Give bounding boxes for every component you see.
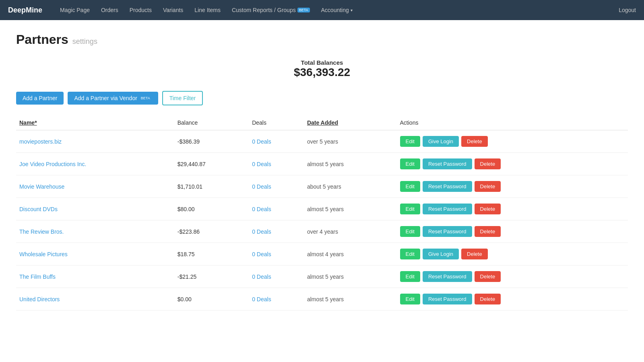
page-subtitle: settings bbox=[72, 37, 97, 45]
reset-password-button[interactable]: Reset Password bbox=[423, 294, 472, 304]
total-balances-label: Total Balances bbox=[16, 59, 628, 66]
date-added: almost 5 years bbox=[304, 288, 397, 311]
navigation: DeepMine Magic Page Orders Products Vari… bbox=[0, 0, 644, 20]
delete-button[interactable]: Delete bbox=[475, 271, 501, 282]
nav-orders[interactable]: Orders bbox=[95, 0, 124, 20]
nav-variants[interactable]: Variants bbox=[157, 0, 189, 20]
deals-link[interactable]: 0 Deals bbox=[252, 161, 271, 167]
deals-link[interactable]: 0 Deals bbox=[252, 296, 271, 302]
partners-table: Name* Balance Deals Date Added Actions m… bbox=[16, 115, 628, 311]
row-actions: EditReset PasswordDelete bbox=[400, 158, 625, 169]
reset-password-button[interactable]: Reset Password bbox=[423, 158, 472, 169]
delete-button[interactable]: Delete bbox=[475, 204, 501, 214]
add-partner-vendor-button[interactable]: Add a Partner via Vendor BETA bbox=[68, 92, 158, 105]
nav-accounting[interactable]: Accounting ▾ bbox=[316, 0, 358, 20]
nav-links: Magic Page Orders Products Variants Line… bbox=[54, 0, 619, 20]
row-actions: EditGive LoginDelete bbox=[400, 136, 625, 147]
table-body: movieposters.biz-$386.390 Dealsover 5 ye… bbox=[16, 130, 628, 311]
nav-magic-page[interactable]: Magic Page bbox=[54, 0, 95, 20]
edit-button[interactable]: Edit bbox=[400, 136, 420, 147]
logout-button[interactable]: Logout bbox=[619, 7, 636, 13]
total-balances-section: Total Balances $36,393.22 bbox=[16, 59, 628, 79]
col-deals: Deals bbox=[249, 115, 304, 130]
date-added: almost 5 years bbox=[304, 198, 397, 220]
edit-button[interactable]: Edit bbox=[400, 226, 420, 237]
add-partner-button[interactable]: Add a Partner bbox=[16, 92, 64, 105]
date-added: almost 4 years bbox=[304, 243, 397, 265]
reset-password-button[interactable]: Reset Password bbox=[423, 226, 472, 237]
edit-button[interactable]: Edit bbox=[400, 204, 420, 214]
row-actions: EditReset PasswordDelete bbox=[400, 271, 625, 282]
edit-button[interactable]: Edit bbox=[400, 181, 420, 192]
edit-button[interactable]: Edit bbox=[400, 158, 420, 169]
partner-name-link[interactable]: Wholesale Pictures bbox=[19, 251, 68, 257]
action-buttons-row: Add a Partner Add a Partner via Vendor B… bbox=[16, 91, 628, 105]
total-balances-value: $36,393.22 bbox=[16, 66, 628, 79]
table-row: Discount DVDs$80.000 Dealsalmost 5 years… bbox=[16, 198, 628, 220]
partner-balance: $18.75 bbox=[174, 243, 249, 265]
delete-button[interactable]: Delete bbox=[461, 249, 488, 259]
time-filter-button[interactable]: Time Filter bbox=[162, 91, 203, 105]
give-login-button[interactable]: Give Login bbox=[423, 249, 459, 259]
nav-line-items[interactable]: Line Items bbox=[189, 0, 226, 20]
partner-name-link[interactable]: Discount DVDs bbox=[19, 206, 58, 212]
deals-link[interactable]: 0 Deals bbox=[252, 251, 271, 257]
page-title: Partners bbox=[16, 32, 68, 47]
reset-password-button[interactable]: Reset Password bbox=[423, 271, 472, 282]
partner-balance: $1,710.01 bbox=[174, 175, 249, 198]
table-row: Wholesale Pictures$18.750 Dealsalmost 4 … bbox=[16, 243, 628, 265]
reset-password-button[interactable]: Reset Password bbox=[423, 181, 472, 192]
date-added: about 5 years bbox=[304, 175, 397, 198]
edit-button[interactable]: Edit bbox=[400, 294, 420, 304]
add-partner-vendor-label: Add a Partner via Vendor bbox=[74, 95, 137, 101]
partner-balance: $0.00 bbox=[174, 288, 249, 311]
row-actions: EditReset PasswordDelete bbox=[400, 204, 625, 214]
partner-name-link[interactable]: Joe Video Productions Inc. bbox=[19, 161, 86, 167]
deals-link[interactable]: 0 Deals bbox=[252, 138, 271, 145]
col-actions: Actions bbox=[397, 115, 628, 130]
partner-name-link[interactable]: The Review Bros. bbox=[19, 228, 64, 235]
delete-button[interactable]: Delete bbox=[475, 181, 501, 192]
reset-password-button[interactable]: Reset Password bbox=[423, 204, 472, 214]
delete-button[interactable]: Delete bbox=[461, 136, 488, 147]
delete-button[interactable]: Delete bbox=[475, 294, 501, 304]
edit-button[interactable]: Edit bbox=[400, 249, 420, 259]
deals-link[interactable]: 0 Deals bbox=[252, 228, 271, 235]
row-actions: EditGive LoginDelete bbox=[400, 249, 625, 259]
col-date-added: Date Added bbox=[304, 115, 397, 130]
partner-name-link[interactable]: The Film Buffs bbox=[19, 274, 56, 280]
give-login-button[interactable]: Give Login bbox=[423, 136, 459, 147]
row-actions: EditReset PasswordDelete bbox=[400, 181, 625, 192]
edit-button[interactable]: Edit bbox=[400, 271, 420, 282]
date-added: almost 5 years bbox=[304, 265, 397, 288]
partner-name-link[interactable]: Movie Warehouse bbox=[19, 183, 64, 190]
partner-balance: -$386.39 bbox=[174, 130, 249, 153]
date-added: almost 5 years bbox=[304, 153, 397, 175]
partner-balance: $80.00 bbox=[174, 198, 249, 220]
nav-products[interactable]: Products bbox=[124, 0, 157, 20]
date-added: over 4 years bbox=[304, 220, 397, 243]
date-added: over 5 years bbox=[304, 130, 397, 153]
row-actions: EditReset PasswordDelete bbox=[400, 226, 625, 237]
col-name: Name* bbox=[16, 115, 174, 130]
partner-balance: -$21.25 bbox=[174, 265, 249, 288]
partner-name-link[interactable]: movieposters.biz bbox=[19, 138, 62, 145]
deals-link[interactable]: 0 Deals bbox=[252, 206, 271, 212]
table-row: movieposters.biz-$386.390 Dealsover 5 ye… bbox=[16, 130, 628, 153]
delete-button[interactable]: Delete bbox=[475, 158, 501, 169]
deals-link[interactable]: 0 Deals bbox=[252, 183, 271, 190]
nav-custom-reports[interactable]: Custom Reports / Groups BETA bbox=[226, 0, 316, 20]
page-title-area: Partnerssettings bbox=[16, 32, 628, 47]
col-balance: Balance bbox=[174, 115, 249, 130]
table-row: United Directors$0.000 Dealsalmost 5 yea… bbox=[16, 288, 628, 311]
brand-logo[interactable]: DeepMine bbox=[8, 6, 42, 14]
partner-name-link[interactable]: United Directors bbox=[19, 296, 60, 302]
table-row: The Film Buffs-$21.250 Dealsalmost 5 yea… bbox=[16, 265, 628, 288]
vendor-beta-badge: BETA bbox=[139, 96, 152, 101]
table-row: The Review Bros.-$223.860 Dealsover 4 ye… bbox=[16, 220, 628, 243]
delete-button[interactable]: Delete bbox=[475, 226, 501, 237]
partner-balance: -$223.86 bbox=[174, 220, 249, 243]
row-actions: EditReset PasswordDelete bbox=[400, 294, 625, 304]
deals-link[interactable]: 0 Deals bbox=[252, 274, 271, 280]
table-row: Movie Warehouse$1,710.010 Dealsabout 5 y… bbox=[16, 175, 628, 198]
